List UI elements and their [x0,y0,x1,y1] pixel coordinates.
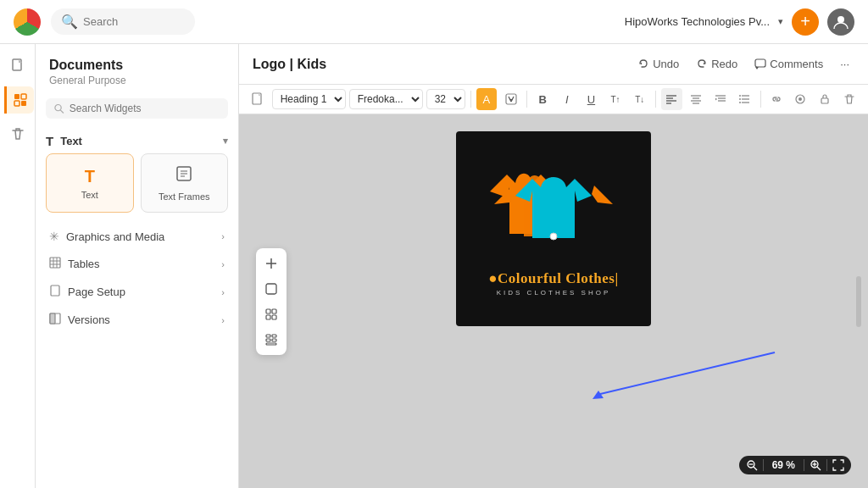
text-section-label: Text [60,135,82,147]
svg-rect-47 [266,309,270,313]
logo-canvas: ●Colourful Clothes| KIDS CLOTHES SHOP [456,131,651,326]
content-area: Logo | Kids Undo Redo Comments ··· [239,44,868,488]
sidebar-icon-widgets[interactable] [4,86,34,114]
zoom-in-icon [810,459,821,471]
fullscreen-btn[interactable] [832,459,844,471]
redo-button[interactable]: Redo [691,54,743,74]
avatar-button[interactable] [827,8,854,36]
text-frames-icon [175,164,193,188]
sidebar-icon-file[interactable] [4,53,31,80]
doc-title: Logo | Kids [253,57,326,72]
svg-line-60 [754,467,757,470]
indent-btn[interactable] [709,88,731,110]
svg-rect-14 [51,286,59,296]
size-select[interactable]: 32 [426,89,465,109]
comments-label: Comments [770,58,823,70]
list-btn[interactable] [734,88,755,110]
toolbar-divider-2 [526,91,527,108]
italic-btn[interactable]: I [556,88,577,110]
svg-rect-9 [50,258,60,268]
canvas-select-btn[interactable] [259,277,283,301]
text-icon-label: T [46,134,53,148]
canvas-add-btn[interactable] [259,252,283,275]
tables-label: Tables [68,258,100,270]
page-icon-btn[interactable] [248,88,269,110]
svg-rect-53 [266,339,270,341]
subscript-btn[interactable]: T↓ [629,88,650,110]
svg-rect-17 [755,59,765,67]
canvas-tools [256,248,287,355]
text-frames-label: Text Frames [159,191,210,202]
svg-rect-55 [266,343,276,345]
svg-marker-58 [593,391,604,399]
svg-rect-2 [14,94,19,99]
scroll-indicator[interactable] [856,276,861,327]
lock-btn[interactable] [815,88,836,110]
zoom-in-btn[interactable] [810,459,821,471]
media-btn[interactable] [790,88,811,110]
superscript-btn[interactable]: T↑ [605,88,626,110]
canvas-main-text: ●Colourful Clothes| [488,270,618,287]
page-setup-label: Page Setup [68,286,125,298]
sidebar-icon-strip [0,44,36,488]
link-btn[interactable] [766,88,787,110]
add-button[interactable]: + [792,8,819,36]
top-nav: 🔍 HipoWorks Technologies Pv... ▾ + [0,0,868,44]
menu-tables[interactable]: Tables › [46,250,228,278]
svg-point-56 [550,233,557,240]
svg-point-0 [837,16,844,23]
search-widgets-bar[interactable] [46,98,228,119]
comments-button[interactable]: Comments [749,54,828,74]
align-center-btn[interactable] [686,88,707,110]
sidebar-icon-trash[interactable] [4,120,31,147]
sidebar-content: T Text ▾ T Text Text Frames [36,90,238,342]
comments-icon [754,58,766,70]
highlight-btn[interactable]: A [476,88,498,110]
text-section-chevron: ▾ [223,136,228,147]
menu-graphics-media[interactable]: ✳ Graphics and Media › [46,223,228,250]
text-section-header[interactable]: T Text ▾ [46,129,228,153]
widget-text-frames[interactable]: Text Frames [141,153,229,213]
svg-point-37 [739,95,741,97]
fullscreen-icon [832,459,844,471]
svg-rect-52 [272,335,276,337]
zoom-divider-1 [763,459,764,471]
undo-button[interactable]: Undo [632,54,684,74]
svg-rect-51 [266,335,270,337]
align-left-btn[interactable] [661,88,682,110]
page-setup-chevron: › [221,287,225,297]
graphics-chevron: › [221,231,225,241]
heading-select[interactable]: Heading 1 [272,89,346,109]
versions-label: Versions [68,313,110,326]
underline-btn[interactable]: U [581,88,602,110]
delete-btn[interactable] [838,88,860,110]
font-select[interactable]: Fredoka... [349,89,423,109]
svg-rect-49 [266,315,270,319]
sidebar-header: Documents General Purpose [36,44,238,90]
search-input[interactable] [83,15,185,28]
undo-icon [637,58,649,70]
svg-line-63 [817,467,821,470]
zoom-out-icon [746,459,758,471]
format-toolbar: Heading 1 Fredoka... 32 A B I U T↑ T↓ [239,85,868,114]
toolbar-divider-3 [655,91,656,108]
widget-text[interactable]: T Text [46,153,134,213]
company-dropdown-icon[interactable]: ▾ [778,16,783,27]
sidebar: Documents General Purpose T Text ▾ T Tex… [36,44,239,488]
bold-btn[interactable]: B [532,88,554,110]
menu-page-setup[interactable]: Page Setup › [46,278,228,306]
search-bar[interactable]: 🔍 [51,8,195,35]
more-button[interactable]: ··· [835,54,854,74]
versions-chevron: › [221,315,225,325]
search-widgets-input[interactable] [70,103,220,114]
text-color-btn[interactable] [500,88,521,110]
zoom-out-btn[interactable] [746,459,758,471]
canvas-components-btn[interactable] [259,328,283,352]
menu-versions[interactable]: Versions › [46,306,228,334]
company-name: HipoWorks Technologies Pv... [625,15,770,28]
canvas-sub-text: KIDS CLOTHES SHOP [488,289,618,297]
canvas-grid-btn[interactable] [259,302,283,326]
doc-actions: Undo Redo Comments ··· [632,54,854,74]
main-layout: Documents General Purpose T Text ▾ T Tex… [0,44,868,488]
toolbar-divider-1 [470,91,471,108]
